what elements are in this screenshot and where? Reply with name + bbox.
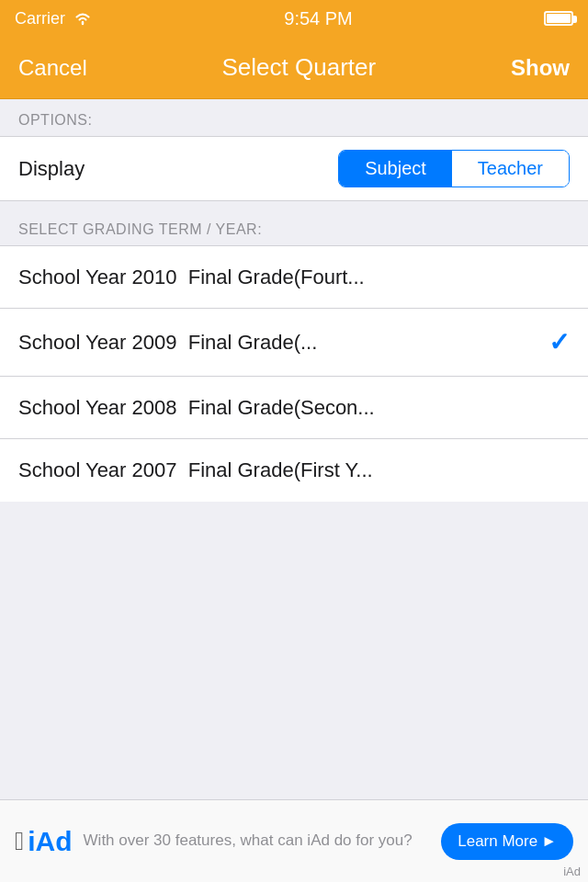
subject-segment-button[interactable]: Subject <box>339 151 452 187</box>
teacher-segment-button[interactable]: Teacher <box>452 151 569 187</box>
content: OPTIONS: Display Subject Teacher SELECT … <box>0 99 588 799</box>
cancel-button[interactable]: Cancel <box>18 55 87 81</box>
apple-icon:  <box>15 827 24 856</box>
show-button[interactable]: Show <box>511 55 570 81</box>
display-segmented-control: Subject Teacher <box>338 150 570 187</box>
status-time: 9:54 PM <box>284 8 352 29</box>
wifi-icon <box>73 11 93 26</box>
row-text: School Year 2007 Final Grade(First Y... <box>18 458 373 482</box>
learn-more-button[interactable]: Learn More ► <box>441 823 573 860</box>
status-bar: Carrier 9:54 PM <box>0 0 588 37</box>
table-row[interactable]: School Year 2007 Final Grade(First Y... <box>0 439 588 502</box>
table-row[interactable]: School Year 2008 Final Grade(Secon... <box>0 377 588 439</box>
carrier-label: Carrier <box>15 9 65 28</box>
row-text: School Year 2010 Final Grade(Fourt... <box>18 266 365 289</box>
nav-title: Select Quarter <box>222 53 377 82</box>
grading-table: School Year 2010 Final Grade(Fourt... Sc… <box>0 245 588 502</box>
iad-text: iAd <box>28 826 72 857</box>
nav-bar: Cancel Select Quarter Show <box>0 37 588 99</box>
row-text: School Year 2009 Final Grade(... <box>18 331 317 355</box>
checkmark-icon: ✓ <box>548 327 570 357</box>
status-right <box>544 11 573 26</box>
display-label: Display <box>18 157 85 181</box>
grading-section-header: SELECT GRADING TERM / YEAR: <box>0 209 588 245</box>
battery-icon <box>544 11 573 26</box>
status-left: Carrier <box>15 9 93 28</box>
iad-label: iAd <box>563 865 581 878</box>
options-row: Display Subject Teacher <box>0 136 588 201</box>
iad-logo:  iAd <box>15 826 73 857</box>
table-row[interactable]: School Year 2010 Final Grade(Fourt... <box>0 246 588 309</box>
options-section-header: OPTIONS: <box>0 99 588 136</box>
row-text: School Year 2008 Final Grade(Secon... <box>18 396 375 420</box>
iad-description: With over 30 features, what can iAd do f… <box>84 831 431 851</box>
table-row[interactable]: School Year 2009 Final Grade(... ✓ <box>0 309 588 377</box>
iad-banner:  iAd With over 30 features, what can iA… <box>0 799 588 882</box>
